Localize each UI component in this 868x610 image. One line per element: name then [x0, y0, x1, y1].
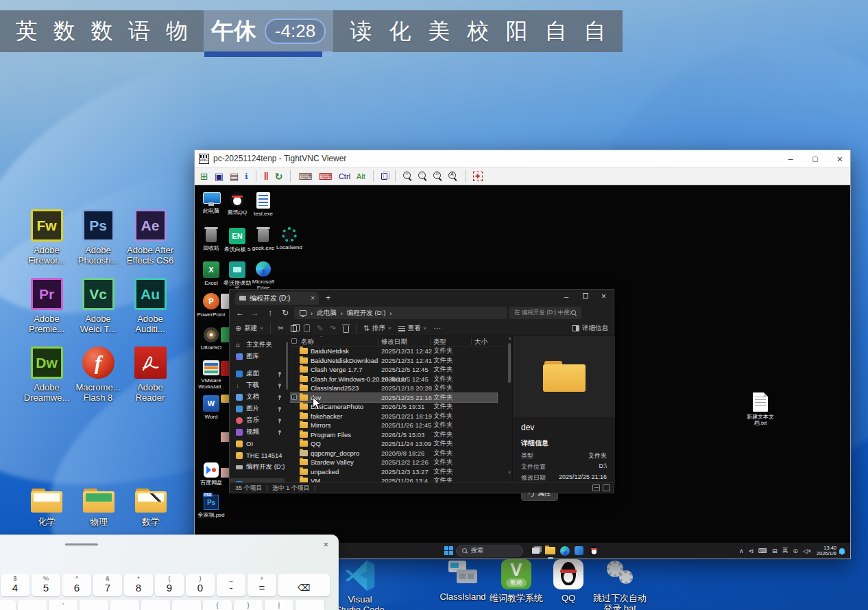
key-4[interactable]: $4 — [1, 574, 29, 596]
key-7[interactable]: &7 — [93, 574, 122, 596]
share-icon[interactable]: ↷ — [330, 325, 335, 332]
sidebar-item-pictures[interactable]: 图片 — [230, 403, 285, 414]
zoom-100-icon[interactable]: Ⅰ:Ⅰ — [433, 172, 442, 180]
desktop-icon-adobe-aftereffects[interactable]: Ae Adobe AfterEffects CS6 — [124, 209, 176, 266]
save-session-icon[interactable]: ▣ — [215, 172, 224, 181]
key-row2[interactable] — [0, 600, 16, 610]
connection-info-icon[interactable]: ℹ — [245, 172, 248, 181]
desktop-icon-adobe-audition[interactable]: Au AdobeAuditi... — [124, 278, 176, 334]
details-view-toggle[interactable] — [592, 484, 600, 491]
table-row[interactable]: BaiduNetdiskDownload2025/12/31 12:41文件夹 — [290, 356, 507, 366]
tray-volume-icon[interactable]: ◁× — [803, 548, 811, 554]
key-8[interactable]: *8 — [124, 574, 153, 596]
delete-icon[interactable] — [343, 326, 349, 333]
key-backspace[interactable]: ⌫ — [278, 574, 330, 596]
remote-icon-psd-file[interactable]: Ps 全家福.psd — [196, 495, 226, 518]
key-row2[interactable] — [141, 600, 170, 610]
desktop-icon-adobe-premiere[interactable]: Pr AdobePremie... — [21, 278, 73, 334]
ctrl-alt-del-icon[interactable]: ⌨ — [298, 172, 312, 181]
large-icons-view-toggle[interactable] — [603, 484, 610, 491]
column-date[interactable]: 修改日期 — [381, 338, 407, 347]
forward-icon[interactable]: → — [249, 308, 261, 318]
remote-icon-test-exe[interactable]: test.exe — [248, 192, 278, 217]
desktop-icon-adobe-reader[interactable]: AdobeReader — [124, 347, 176, 403]
refresh-icon[interactable]: ↻ — [275, 172, 283, 181]
vnc-title-bar[interactable]: pc-20251124tenp - TightVNC Viewer – ▢ × — [195, 150, 850, 167]
row-checkbox[interactable]: ✓ — [291, 395, 297, 400]
key-row2[interactable] — [172, 600, 201, 610]
scrollbar-thumb[interactable] — [508, 343, 511, 383]
key-equals[interactable]: += — [248, 574, 276, 596]
key-row2[interactable] — [80, 600, 108, 610]
key-row2-brace-close[interactable]: } — [234, 600, 263, 610]
key-0[interactable]: )0 — [186, 574, 215, 596]
maximize-button[interactable]: ▢ — [805, 151, 825, 166]
keyboard-drag-handle[interactable] — [65, 543, 98, 546]
remote-icon-localsend[interactable]: LocalSend — [274, 227, 304, 250]
key-5[interactable]: %5 — [32, 574, 60, 596]
tray-app-icon[interactable]: ⊲ — [748, 548, 754, 554]
paste-icon[interactable] — [304, 325, 310, 332]
alt-toggle[interactable]: Alt — [357, 172, 365, 180]
desktop-folder-math[interactable]: 数学 — [125, 489, 177, 527]
sidebar-item-downloads[interactable]: ↓下载 — [230, 379, 285, 391]
table-row[interactable]: Mirrors2025/11/26 12:45文件夹 — [290, 421, 507, 430]
ime-indicator[interactable]: 英 — [782, 546, 788, 555]
sidebar-item-videos[interactable]: 视频 — [230, 426, 285, 438]
key-row2-pipe[interactable]: | — [265, 600, 293, 610]
zoom-out-icon[interactable]: − — [418, 172, 427, 180]
minimize-button[interactable]: – — [780, 151, 801, 166]
taskbar-photos[interactable] — [573, 545, 585, 556]
table-row[interactable]: QQ2025/11/24 13:09文件夹 — [290, 439, 507, 449]
remote-icon-new-text-file[interactable]: 新建文本文档.txt — [743, 392, 777, 426]
new-tab-button[interactable]: + — [326, 293, 330, 303]
sort-button[interactable]: ⇅排序˅ — [363, 324, 391, 333]
up-icon[interactable]: ↑ — [264, 308, 276, 318]
scroll-down-icon[interactable]: ˅ — [508, 470, 511, 475]
new-button[interactable]: ⊕新建˅ — [235, 324, 263, 333]
table-row[interactable]: qqpcmgr_docpro2020/9/8 18:26文件夹 — [290, 449, 507, 458]
copy-icon[interactable] — [291, 325, 297, 332]
fullscreen-icon[interactable]: ✚ — [473, 172, 483, 181]
desktop-icon-adobe-fireworks[interactable]: Fw AdobeFirewor... — [21, 209, 73, 266]
sidebar-item-gallery[interactable]: 图库 — [230, 351, 285, 362]
more-options-icon[interactable]: ⋯ — [433, 324, 441, 333]
explorer-minimize-button[interactable]: – — [564, 292, 568, 301]
taskbar-search[interactable]: 搜索 — [456, 546, 523, 556]
key-9[interactable]: (9 — [155, 574, 184, 596]
table-row[interactable]: Clash Verge 1.7.72025/12/5 12:45文件夹 — [290, 365, 507, 375]
tray-widget-icon[interactable]: ⊟ — [772, 548, 777, 554]
sidebar-item-drive-d[interactable]: 编程开发 (D:) — [230, 461, 285, 473]
refresh-icon[interactable]: ↻ — [279, 308, 291, 318]
table-row[interactable]: Clash.for.Windows-0.20.16-ikuuu2025/12/5… — [290, 375, 507, 384]
keyboard-close-icon[interactable]: × — [323, 539, 328, 550]
key-row2-brace-open[interactable]: { — [203, 600, 232, 610]
key-row2[interactable]: ' — [49, 600, 77, 610]
desktop-icon-flash8[interactable]: f Macrome...Flash 8 — [72, 347, 124, 403]
breadcrumb-drive[interactable]: 编程开发 (D:) — [347, 309, 385, 318]
sidebar-scrollbar[interactable] — [286, 342, 288, 390]
zoom-auto-icon[interactable]: A — [448, 172, 457, 180]
table-row[interactable]: Stardew Valley2025/12/2 12:26文件夹 — [290, 458, 507, 467]
key-row2[interactable] — [110, 600, 139, 610]
desktop-icon-adobe-photoshop[interactable]: Ps AdobePhotosh... — [72, 209, 124, 266]
explorer-close-button[interactable]: × — [601, 292, 606, 301]
table-row[interactable]: fakehacker2025/12/21 18:19文件夹 — [290, 412, 507, 421]
column-size[interactable]: 大小 — [474, 338, 487, 347]
desktop-folder-chemistry[interactable]: 化学 — [21, 489, 73, 527]
rename-icon[interactable]: ✎ — [317, 324, 323, 333]
notification-bell-icon[interactable] — [839, 548, 845, 554]
explorer-search-box[interactable]: 在 编程开发 (D:) 中搜索 — [509, 307, 581, 319]
zoom-in-icon[interactable]: + — [403, 172, 412, 180]
desktop-icon-adobe-weici[interactable]: Vc AdobeWeici T... — [72, 278, 124, 334]
sidebar-item-music[interactable]: 音乐 — [230, 414, 285, 426]
table-row[interactable]: unpacked2025/12/3 13:27文件夹 — [290, 467, 507, 477]
explorer-maximize-button[interactable] — [583, 293, 588, 298]
explorer-tab[interactable]: 编程开发 (D:) × — [235, 292, 319, 305]
view-button[interactable]: 查看˅ — [398, 324, 427, 333]
scroll-up-icon[interactable]: ˄ — [508, 336, 511, 341]
tray-chevron-icon[interactable]: ∧ — [739, 548, 744, 554]
file-transfer-icon[interactable] — [381, 173, 387, 180]
table-row[interactable]: BaiduNetdisk2025/12/31 12:42文件夹 — [290, 347, 507, 356]
select-all-checkbox[interactable] — [291, 338, 297, 344]
